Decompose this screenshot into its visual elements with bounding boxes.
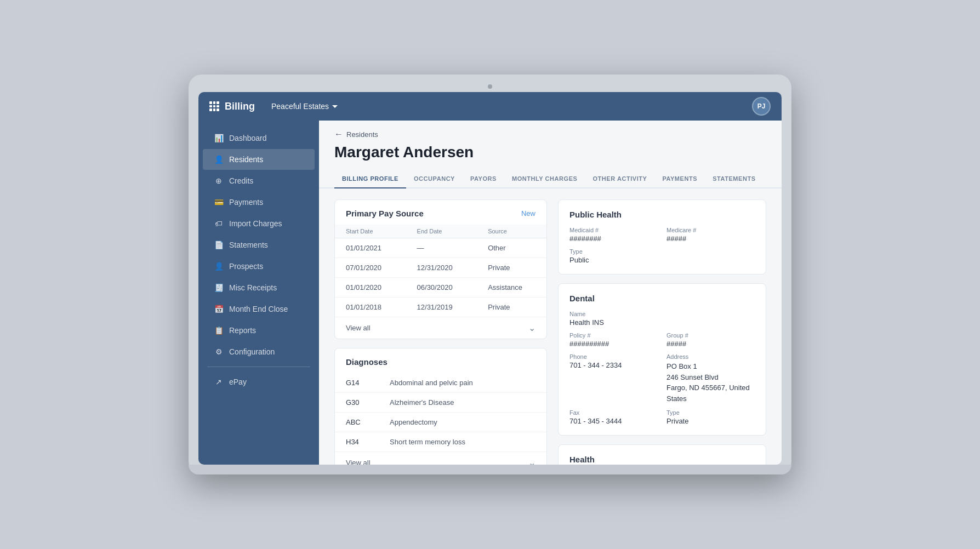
tab-other-activity[interactable]: Other Activity — [585, 170, 654, 188]
sidebar-item-residents[interactable]: 👤 Residents — [203, 149, 315, 170]
calendar-icon: 📅 — [214, 304, 224, 314]
public-health-card: Public Health Medicaid # ######## Medica… — [558, 199, 766, 274]
circle-plus-icon: ⊕ — [214, 176, 224, 186]
dental-address-field: Address PO Box 1 246 Sunset Blvd Fargo, … — [666, 353, 755, 404]
main-content: ← Residents Margaret Andersen Billing Pr… — [319, 121, 782, 465]
dental-group-field: Group # ##### — [666, 332, 755, 348]
dental-group-value: ##### — [666, 340, 755, 348]
sidebar-item-configuration[interactable]: ⚙ Configuration — [203, 341, 315, 362]
col-start-date: Start Date — [335, 225, 406, 238]
table-row: G30 Alzheimer's Disease — [335, 393, 546, 413]
receipt-icon: 🧾 — [214, 283, 224, 293]
col-source: Source — [477, 225, 546, 238]
dental-address-label: Address — [666, 353, 755, 360]
pay-source-view-all[interactable]: View all ⌄ — [335, 317, 546, 339]
sidebar-item-prospects[interactable]: 👤 Prospects — [203, 256, 315, 277]
dental-card: Dental Name Health INS Policy # ########… — [558, 283, 766, 436]
dental-name-field: Name Health INS — [569, 311, 755, 327]
dental-address-value: PO Box 1 246 Sunset Blvd Fargo, ND 45566… — [666, 361, 755, 404]
sidebar-label-payments: Payments — [229, 198, 263, 207]
cell-end: 12/31/2020 — [406, 258, 477, 278]
sidebar-label-month-end-close: Month End Close — [229, 305, 288, 313]
dental-policy-label: Policy # — [569, 332, 658, 339]
sidebar-divider — [207, 367, 310, 367]
dental-type-label: Type — [666, 409, 755, 416]
cell-start: 07/01/2020 — [335, 258, 406, 278]
sidebar-item-payments[interactable]: 💳 Payments — [203, 192, 315, 213]
back-arrow-icon: ← — [334, 129, 343, 139]
cell-start: 01/01/2020 — [335, 278, 406, 298]
dental-type-field: Type Private — [666, 409, 755, 425]
cell-code: H34 — [335, 432, 379, 452]
cell-code: G30 — [335, 393, 379, 413]
sidebar-item-misc-receipts[interactable]: 🧾 Misc Receipts — [203, 277, 315, 298]
doc-icon: 📄 — [214, 240, 224, 250]
tab-statements[interactable]: Statements — [705, 170, 763, 188]
medicare-field: Medicare # ##### — [666, 227, 755, 243]
tab-payors[interactable]: Payors — [463, 170, 504, 188]
primary-pay-source-title: Primary Pay Source — [346, 209, 424, 218]
dental-fax-label: Fax — [569, 409, 658, 416]
expand-icon: ⌄ — [528, 323, 535, 333]
table-row: 07/01/2020 12/31/2020 Private — [335, 258, 546, 278]
cell-end: — — [406, 238, 477, 258]
public-health-type-field: Type Public — [569, 248, 658, 264]
table-row: 01/01/2021 — Other — [335, 238, 546, 258]
diagnoses-view-all-label: View all — [346, 459, 371, 465]
public-health-type-value: Public — [569, 256, 658, 264]
sidebar-label-configuration: Configuration — [229, 347, 275, 356]
table-row: 01/01/2020 06/30/2020 Assistance — [335, 278, 546, 298]
tab-monthly-charges[interactable]: Monthly Charges — [504, 170, 585, 188]
pay-source-table: Start Date End Date Source 01/01/2021 — … — [335, 225, 546, 317]
diagnoses-view-all[interactable]: View all ⌄ — [335, 451, 546, 465]
dental-policy-value: ########## — [569, 340, 658, 348]
health-card: Health Name Health INS — [558, 444, 766, 465]
table-row: 01/01/2018 12/31/2019 Private — [335, 298, 546, 317]
tag-icon: 🏷 — [214, 219, 224, 228]
sidebar-item-import-charges[interactable]: 🏷 Import Charges — [203, 213, 315, 234]
sidebar-label-misc-receipts: Misc Receipts — [229, 283, 277, 292]
cell-source: Assistance — [477, 278, 546, 298]
tab-payments[interactable]: Payments — [654, 170, 705, 188]
cell-code: ABC — [335, 413, 379, 432]
avatar[interactable]: PJ — [752, 97, 771, 116]
public-health-title: Public Health — [569, 210, 755, 219]
sidebar-item-dashboard[interactable]: 📊 Dashboard — [203, 128, 315, 148]
tab-occupancy[interactable]: Occupancy — [406, 170, 463, 188]
medicaid-label: Medicaid # — [569, 227, 658, 233]
cell-description: Abdominal and pelvic pain — [379, 373, 546, 393]
sidebar-label-epay: ePay — [229, 378, 247, 386]
tab-bar: Billing Profile Occupancy Payors Monthly… — [319, 170, 782, 188]
cell-start: 01/01/2018 — [335, 298, 406, 317]
dental-phone-label: Phone — [569, 353, 658, 360]
sidebar-label-prospects: Prospects — [229, 262, 263, 271]
back-link[interactable]: ← Residents — [334, 129, 766, 139]
chevron-down-icon — [332, 105, 338, 108]
sidebar-item-credits[interactable]: ⊕ Credits — [203, 170, 315, 191]
tab-billing-profile[interactable]: Billing Profile — [334, 170, 406, 188]
cell-end: 06/30/2020 — [406, 278, 477, 298]
sidebar-label-residents: Residents — [229, 155, 263, 164]
medicaid-value: ######## — [569, 235, 658, 243]
person-icon: 👤 — [214, 155, 224, 164]
public-health-type-label: Type — [569, 248, 658, 255]
dental-title: Dental — [569, 294, 755, 303]
app-title: Billing — [225, 101, 255, 112]
table-row: ABC Appendectomy — [335, 413, 546, 432]
chart-icon: 📊 — [214, 133, 224, 143]
sidebar-item-statements[interactable]: 📄 Statements — [203, 235, 315, 255]
table-row: H34 Short term memory loss — [335, 432, 546, 452]
facility-selector[interactable]: Peaceful Estates — [271, 102, 338, 111]
new-pay-source-link[interactable]: New — [521, 209, 535, 218]
report-icon: 📋 — [214, 325, 224, 335]
medicaid-field: Medicaid # ######## — [569, 227, 658, 243]
col-end-date: End Date — [406, 225, 477, 238]
cell-description: Short term memory loss — [379, 432, 546, 452]
sidebar-item-epay[interactable]: ↗ ePay — [203, 371, 315, 392]
diagnoses-table: G14 Abdominal and pelvic pain G30 Alzhei… — [335, 373, 546, 451]
facility-name: Peaceful Estates — [271, 102, 329, 111]
sidebar-item-month-end-close[interactable]: 📅 Month End Close — [203, 299, 315, 319]
dental-phone-field: Phone 701 - 344 - 2334 — [569, 353, 658, 404]
sidebar-item-reports[interactable]: 📋 Reports — [203, 320, 315, 341]
view-all-label: View all — [346, 324, 371, 332]
